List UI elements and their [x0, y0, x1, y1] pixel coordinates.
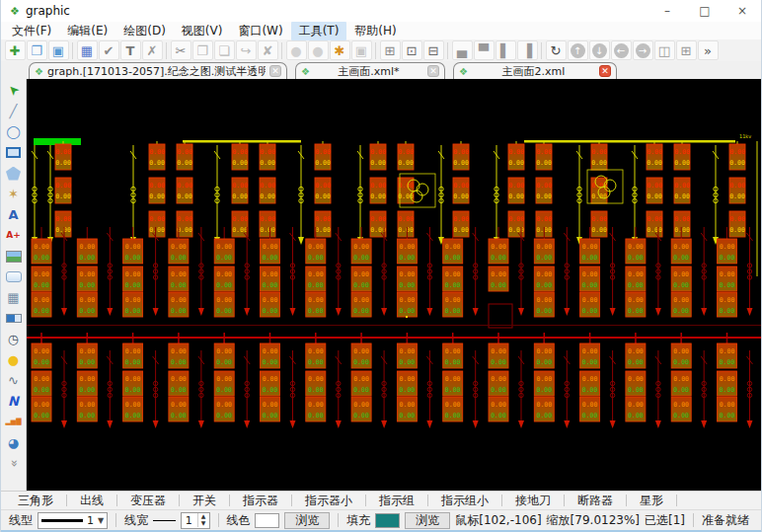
menu-d[interactable]: 绘图(D): [115, 22, 174, 40]
text-add-tool-icon[interactable]: A+: [2, 225, 26, 246]
line-chart-tool-icon[interactable]: N: [2, 391, 26, 412]
paste-icon[interactable]: ❏: [214, 40, 235, 60]
component-button-10[interactable]: 断路器: [565, 493, 626, 509]
pie-chart-tool-icon[interactable]: ◕: [2, 432, 26, 453]
svg-text:0.00: 0.00: [628, 375, 644, 383]
ungroup-icon[interactable]: ⊟: [423, 40, 444, 60]
component-button-5[interactable]: 指示器: [230, 493, 291, 509]
stepper-arrows-icon[interactable]: ▲▼: [197, 513, 209, 526]
clock-widget-tool-icon[interactable]: ◷: [2, 329, 26, 349]
component-button-6[interactable]: 指示器小: [292, 493, 365, 509]
undo-icon[interactable]: ●: [286, 40, 307, 60]
svg-text:0.00: 0.00: [263, 270, 278, 278]
tab-close-icon[interactable]: ✕: [427, 65, 439, 77]
text-format-icon[interactable]: T: [120, 40, 141, 60]
line-width-stepper[interactable]: 1 ▲▼: [181, 512, 210, 529]
erase-icon[interactable]: ✗: [142, 40, 163, 60]
save-copy-icon[interactable]: ▣: [351, 40, 372, 60]
svg-text:0.00: 0.00: [445, 307, 461, 315]
settings-gear-icon[interactable]: ✱: [330, 40, 350, 60]
align-right-icon[interactable]: ▐: [517, 40, 538, 60]
fill-color-swatch[interactable]: [375, 513, 400, 528]
fill-browse-button[interactable]: 浏览: [405, 512, 450, 529]
confirm-check-icon[interactable]: ✔: [99, 40, 119, 60]
svg-text:0.00: 0.00: [400, 307, 416, 315]
window-split-icon[interactable]: ◫: [654, 40, 675, 60]
ellipse-tool-icon[interactable]: ◯: [2, 121, 26, 142]
line-color-browse-button[interactable]: 浏览: [284, 512, 330, 529]
svg-text:0.00: 0.00: [674, 182, 690, 190]
align-top-icon[interactable]: ▀: [474, 40, 495, 60]
maximize-button[interactable]: □: [686, 0, 724, 22]
refresh-icon[interactable]: ↻: [546, 40, 567, 60]
nav-up-icon[interactable]: ↑: [568, 40, 588, 60]
grid-snap-icon[interactable]: ▦: [77, 40, 98, 60]
svg-text:0.00: 0.00: [315, 182, 331, 190]
svg-text:0.00: 0.00: [125, 358, 141, 366]
redo-icon[interactable]: ●: [308, 40, 329, 60]
tab-close-icon[interactable]: ✕: [269, 65, 281, 77]
rectangle-tool[interactable]: [2, 142, 26, 163]
button-widget-tool[interactable]: [2, 266, 26, 287]
select-tool-icon[interactable]: ➤: [2, 80, 26, 101]
component-button-8[interactable]: 指示组小: [428, 493, 501, 509]
import-icon[interactable]: ↪: [236, 40, 257, 60]
component-button-11[interactable]: 星形: [627, 493, 676, 509]
toolbar-overflow-icon[interactable]: »: [698, 40, 719, 60]
align-bottom-icon[interactable]: ▄: [452, 40, 473, 60]
hierarchy-icon[interactable]: ⊞: [380, 40, 401, 60]
svg-text:0.00: 0.00: [125, 401, 141, 409]
component-button-7[interactable]: 指示组: [366, 493, 427, 509]
delete-icon[interactable]: ✘: [258, 40, 278, 60]
nav-down-icon[interactable]: ↓: [589, 40, 610, 60]
line-type-dropdown[interactable]: 1 ▼: [38, 512, 108, 529]
document-tab-3[interactable]: ❖主画面2.xml✕: [453, 62, 617, 79]
component-button-4[interactable]: 开关: [180, 493, 229, 509]
nav-left-icon[interactable]: ←: [611, 40, 632, 60]
minimize-button[interactable]: –: [648, 0, 686, 22]
toolbar-separator: [541, 42, 542, 59]
pentagon-tool[interactable]: [2, 163, 26, 184]
image-tool[interactable]: [2, 246, 26, 266]
menu-e[interactable]: 编辑(E): [59, 22, 115, 40]
component-button-1[interactable]: 三角形: [5, 493, 66, 509]
menu-w[interactable]: 窗口(W): [230, 22, 290, 40]
svg-text:0.00: 0.00: [263, 243, 278, 251]
svg-text:0.00: 0.00: [263, 412, 278, 419]
bulb-widget-tool-icon[interactable]: ●: [2, 349, 26, 370]
new-file-icon[interactable]: ✚: [5, 40, 26, 60]
curve-chart-tool-icon[interactable]: ∿: [2, 370, 26, 391]
component-button-2[interactable]: 出线: [67, 493, 116, 509]
menu-h[interactable]: 帮助(H): [346, 22, 404, 40]
more-tools-chevron-icon[interactable]: «: [2, 453, 26, 474]
window-grid-icon[interactable]: ⊞: [676, 40, 697, 60]
slider-widget-tool[interactable]: [2, 308, 26, 329]
table-widget-tool-icon[interactable]: ▦: [2, 287, 26, 308]
group-icon[interactable]: ⊡: [402, 40, 422, 60]
tab-close-icon[interactable]: ✕: [599, 65, 611, 77]
text-tool-icon[interactable]: A: [2, 204, 26, 225]
drawing-canvas[interactable]: 11kv0.000.000.000.000.000.000.000.000.00…: [27, 79, 761, 491]
menu-t[interactable]: 工具(T): [291, 22, 347, 40]
nav-right-icon[interactable]: →: [633, 40, 653, 60]
align-left-icon[interactable]: ▌: [495, 40, 516, 60]
cut-icon[interactable]: ✂: [171, 40, 191, 60]
document-tab-2[interactable]: ❖主画面.xml*✕: [295, 62, 445, 79]
save-icon[interactable]: ▣: [48, 40, 69, 60]
svg-text:0.00: 0.00: [315, 192, 331, 200]
copy-icon[interactable]: ❐: [192, 40, 213, 60]
svg-text:0.00: 0.00: [315, 226, 331, 234]
line-color-swatch[interactable]: [255, 513, 279, 528]
component-button-9[interactable]: 接地刀: [502, 493, 564, 509]
document-tab-1[interactable]: ❖graph.[171013-2057].纪念之图.测试半透明.xml✕: [29, 62, 287, 79]
menu-v[interactable]: 视图(V): [174, 22, 231, 40]
polygon-tool-icon[interactable]: ✶: [2, 184, 26, 204]
close-button[interactable]: ×: [724, 0, 761, 22]
line-tool-icon[interactable]: ╱: [2, 101, 26, 121]
bar-chart-tool-icon[interactable]: ▂▅▇: [2, 412, 26, 432]
component-button-3[interactable]: 变压器: [117, 493, 179, 509]
svg-text:0.00: 0.00: [674, 159, 690, 167]
menu-f[interactable]: 文件(F): [4, 22, 59, 40]
svg-text:0.00: 0.00: [491, 375, 506, 383]
open-folder-icon[interactable]: ❐: [27, 40, 47, 60]
